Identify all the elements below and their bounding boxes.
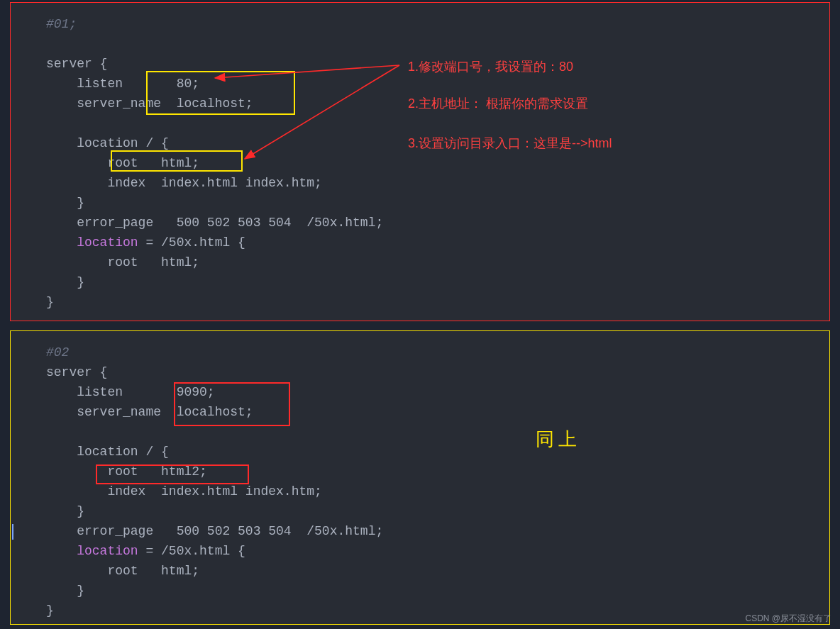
- code-line: = /50x.html {: [138, 235, 245, 250]
- code-line: root html;: [46, 255, 199, 269]
- keyword-location: location: [46, 235, 138, 250]
- code-line: }: [46, 275, 84, 289]
- server-block-2: #02 server { listen 9090; server_name lo…: [10, 330, 830, 625]
- code-line: server {: [46, 365, 107, 379]
- comment-02: #02: [46, 345, 69, 360]
- code-line: location / {: [46, 136, 169, 150]
- code-line: error_page 500 502 503 504 /50x.html;: [46, 216, 383, 230]
- code-line: }: [46, 504, 84, 518]
- code-line: }: [46, 584, 84, 598]
- annotation-1: 1.修改端口号，我设置的：80: [408, 58, 573, 75]
- code-line: = /50x.html {: [138, 544, 245, 558]
- highlight-root-2: [96, 464, 249, 484]
- server-block-1: #01; server { listen 80; server_name loc…: [10, 2, 830, 321]
- code-line: root html;: [46, 564, 199, 578]
- code-line: location / {: [46, 445, 169, 459]
- code-line: }: [46, 295, 54, 309]
- keyword-location: location: [46, 544, 138, 558]
- code-line: server {: [46, 57, 107, 71]
- comment-01: #01;: [46, 17, 77, 31]
- highlight-listen-port-1: [146, 71, 295, 115]
- annotation-3: 3.设置访问目录入口：这里是-->html: [408, 135, 612, 152]
- code-line: }: [46, 603, 54, 618]
- highlight-listen-port-2: [174, 382, 290, 426]
- cursor-line-indicator: [12, 524, 13, 540]
- annotation-same-as-above: 同上: [536, 427, 581, 452]
- code-line: }: [46, 196, 84, 210]
- code-line: index index.html index.htm;: [46, 176, 322, 190]
- code-line: index index.html index.htm;: [46, 484, 322, 499]
- code-line: error_page 500 502 503 504 /50x.html;: [46, 524, 383, 538]
- annotation-2: 2.主机地址： 根据你的需求设置: [408, 95, 588, 112]
- watermark: CSDN @尿不湿没有了: [745, 613, 831, 625]
- highlight-root-1: [111, 150, 243, 172]
